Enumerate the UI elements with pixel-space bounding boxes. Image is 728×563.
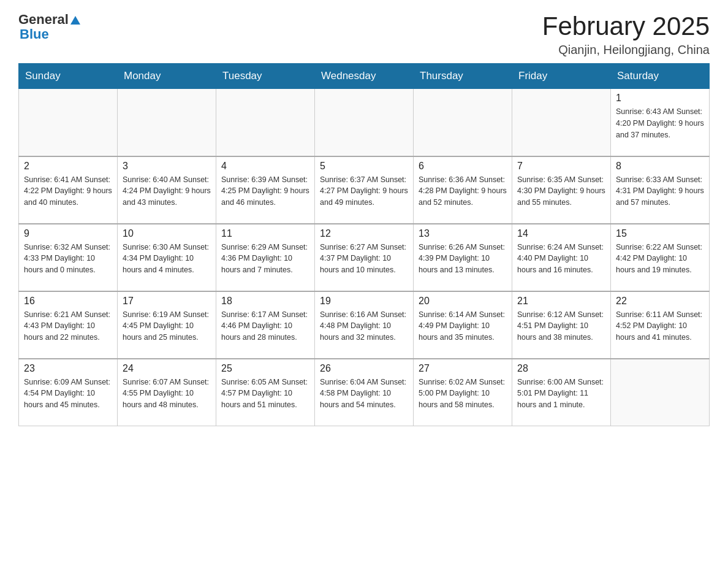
- calendar-cell: 3Sunrise: 6:40 AM Sunset: 4:24 PM Daylig…: [118, 156, 216, 224]
- day-number: 18: [221, 296, 309, 307]
- day-number: 27: [419, 363, 507, 374]
- day-info: Sunrise: 6:11 AM Sunset: 4:52 PM Dayligh…: [616, 309, 704, 343]
- day-number: 16: [24, 296, 112, 307]
- calendar-cell: 6Sunrise: 6:36 AM Sunset: 4:28 PM Daylig…: [414, 156, 512, 224]
- calendar-cell: 24Sunrise: 6:07 AM Sunset: 4:55 PM Dayli…: [118, 359, 216, 426]
- day-info: Sunrise: 6:02 AM Sunset: 5:00 PM Dayligh…: [419, 377, 507, 411]
- calendar-cell: 2Sunrise: 6:41 AM Sunset: 4:22 PM Daylig…: [19, 156, 118, 224]
- calendar-week-row: 16Sunrise: 6:21 AM Sunset: 4:43 PM Dayli…: [19, 291, 710, 359]
- day-info: Sunrise: 6:00 AM Sunset: 5:01 PM Dayligh…: [517, 377, 605, 411]
- day-info: Sunrise: 6:27 AM Sunset: 4:37 PM Dayligh…: [320, 242, 408, 276]
- calendar-cell: 28Sunrise: 6:00 AM Sunset: 5:01 PM Dayli…: [512, 359, 611, 426]
- day-info: Sunrise: 6:05 AM Sunset: 4:57 PM Dayligh…: [221, 377, 309, 411]
- calendar-week-row: 1Sunrise: 6:43 AM Sunset: 4:20 PM Daylig…: [19, 89, 710, 156]
- day-number: 17: [123, 296, 211, 307]
- logo-general-text: General: [18, 12, 69, 27]
- day-info: Sunrise: 6:43 AM Sunset: 4:20 PM Dayligh…: [616, 106, 704, 140]
- day-info: Sunrise: 6:19 AM Sunset: 4:45 PM Dayligh…: [123, 309, 211, 343]
- calendar-cell: 5Sunrise: 6:37 AM Sunset: 4:27 PM Daylig…: [315, 156, 414, 224]
- calendar-table: SundayMondayTuesdayWednesdayThursdayFrid…: [18, 63, 710, 426]
- calendar-header-row: SundayMondayTuesdayWednesdayThursdayFrid…: [19, 64, 710, 89]
- day-info: Sunrise: 6:12 AM Sunset: 4:51 PM Dayligh…: [517, 309, 605, 343]
- calendar-cell: 15Sunrise: 6:22 AM Sunset: 4:42 PM Dayli…: [611, 224, 710, 291]
- calendar-cell: 16Sunrise: 6:21 AM Sunset: 4:43 PM Dayli…: [19, 291, 118, 359]
- calendar-cell: [216, 89, 315, 156]
- column-header-friday: Friday: [512, 64, 611, 89]
- day-number: 5: [320, 161, 408, 172]
- day-info: Sunrise: 6:07 AM Sunset: 4:55 PM Dayligh…: [123, 377, 211, 411]
- column-header-wednesday: Wednesday: [315, 64, 414, 89]
- day-info: Sunrise: 6:32 AM Sunset: 4:33 PM Dayligh…: [24, 242, 112, 276]
- calendar-cell: 21Sunrise: 6:12 AM Sunset: 4:51 PM Dayli…: [512, 291, 611, 359]
- calendar-cell: 23Sunrise: 6:09 AM Sunset: 4:54 PM Dayli…: [19, 359, 118, 426]
- column-header-thursday: Thursday: [414, 64, 512, 89]
- calendar-cell: 7Sunrise: 6:35 AM Sunset: 4:30 PM Daylig…: [512, 156, 611, 224]
- day-number: 22: [616, 296, 704, 307]
- day-number: 11: [221, 228, 309, 239]
- day-info: Sunrise: 6:24 AM Sunset: 4:40 PM Dayligh…: [517, 242, 605, 276]
- calendar-week-row: 9Sunrise: 6:32 AM Sunset: 4:33 PM Daylig…: [19, 224, 710, 291]
- day-info: Sunrise: 6:26 AM Sunset: 4:39 PM Dayligh…: [419, 242, 507, 276]
- day-info: Sunrise: 6:37 AM Sunset: 4:27 PM Dayligh…: [320, 174, 408, 209]
- day-number: 23: [24, 363, 112, 374]
- day-number: 26: [320, 363, 408, 374]
- calendar-cell: 13Sunrise: 6:26 AM Sunset: 4:39 PM Dayli…: [414, 224, 512, 291]
- day-number: 1: [616, 93, 704, 104]
- calendar-cell: 10Sunrise: 6:30 AM Sunset: 4:34 PM Dayli…: [118, 224, 216, 291]
- calendar-cell: 1Sunrise: 6:43 AM Sunset: 4:20 PM Daylig…: [611, 89, 710, 156]
- calendar-week-row: 2Sunrise: 6:41 AM Sunset: 4:22 PM Daylig…: [19, 156, 710, 224]
- day-info: Sunrise: 6:09 AM Sunset: 4:54 PM Dayligh…: [24, 377, 112, 411]
- day-number: 8: [616, 161, 704, 172]
- day-number: 13: [419, 228, 507, 239]
- calendar-cell: [118, 89, 216, 156]
- day-info: Sunrise: 6:36 AM Sunset: 4:28 PM Dayligh…: [419, 174, 507, 209]
- calendar-cell: [611, 359, 710, 426]
- calendar-cell: 17Sunrise: 6:19 AM Sunset: 4:45 PM Dayli…: [118, 291, 216, 359]
- title-section: February 2025 Qianjin, Heilongjiang, Chi…: [542, 12, 710, 57]
- day-number: 9: [24, 228, 112, 239]
- day-info: Sunrise: 6:04 AM Sunset: 4:58 PM Dayligh…: [320, 377, 408, 411]
- calendar-cell: [512, 89, 611, 156]
- day-info: Sunrise: 6:21 AM Sunset: 4:43 PM Dayligh…: [24, 309, 112, 343]
- day-number: 15: [616, 228, 704, 239]
- calendar-cell: [19, 89, 118, 156]
- calendar-cell: 19Sunrise: 6:16 AM Sunset: 4:48 PM Dayli…: [315, 291, 414, 359]
- calendar-cell: [414, 89, 512, 156]
- day-info: Sunrise: 6:39 AM Sunset: 4:25 PM Dayligh…: [221, 174, 309, 209]
- day-number: 10: [123, 228, 211, 239]
- calendar-cell: 20Sunrise: 6:14 AM Sunset: 4:49 PM Dayli…: [414, 291, 512, 359]
- day-info: Sunrise: 6:16 AM Sunset: 4:48 PM Dayligh…: [320, 309, 408, 343]
- logo-blue-text: Blue: [20, 26, 49, 42]
- day-info: Sunrise: 6:40 AM Sunset: 4:24 PM Dayligh…: [123, 174, 211, 209]
- day-number: 3: [123, 161, 211, 172]
- calendar-week-row: 23Sunrise: 6:09 AM Sunset: 4:54 PM Dayli…: [19, 359, 710, 426]
- day-number: 2: [24, 161, 112, 172]
- month-title: February 2025: [542, 12, 710, 40]
- day-info: Sunrise: 6:29 AM Sunset: 4:36 PM Dayligh…: [221, 242, 309, 276]
- calendar-cell: 14Sunrise: 6:24 AM Sunset: 4:40 PM Dayli…: [512, 224, 611, 291]
- day-number: 4: [221, 161, 309, 172]
- day-number: 28: [517, 363, 605, 374]
- column-header-monday: Monday: [118, 64, 216, 89]
- day-number: 14: [517, 228, 605, 239]
- calendar-cell: 9Sunrise: 6:32 AM Sunset: 4:33 PM Daylig…: [19, 224, 118, 291]
- day-number: 21: [517, 296, 605, 307]
- calendar-cell: 18Sunrise: 6:17 AM Sunset: 4:46 PM Dayli…: [216, 291, 315, 359]
- column-header-sunday: Sunday: [19, 64, 118, 89]
- day-number: 7: [517, 161, 605, 172]
- logo: General Blue: [18, 12, 80, 42]
- location-title: Qianjin, Heilongjiang, China: [542, 43, 710, 57]
- calendar-cell: 25Sunrise: 6:05 AM Sunset: 4:57 PM Dayli…: [216, 359, 315, 426]
- calendar-cell: 4Sunrise: 6:39 AM Sunset: 4:25 PM Daylig…: [216, 156, 315, 224]
- calendar-cell: 11Sunrise: 6:29 AM Sunset: 4:36 PM Dayli…: [216, 224, 315, 291]
- day-info: Sunrise: 6:30 AM Sunset: 4:34 PM Dayligh…: [123, 242, 211, 276]
- column-header-tuesday: Tuesday: [216, 64, 315, 89]
- calendar-cell: 8Sunrise: 6:33 AM Sunset: 4:31 PM Daylig…: [611, 156, 710, 224]
- day-info: Sunrise: 6:22 AM Sunset: 4:42 PM Dayligh…: [616, 242, 704, 276]
- day-number: 20: [419, 296, 507, 307]
- calendar-cell: 12Sunrise: 6:27 AM Sunset: 4:37 PM Dayli…: [315, 224, 414, 291]
- column-header-saturday: Saturday: [611, 64, 710, 89]
- day-info: Sunrise: 6:14 AM Sunset: 4:49 PM Dayligh…: [419, 309, 507, 343]
- day-number: 24: [123, 363, 211, 374]
- page-header: General Blue February 2025 Qianjin, Heil…: [18, 12, 710, 57]
